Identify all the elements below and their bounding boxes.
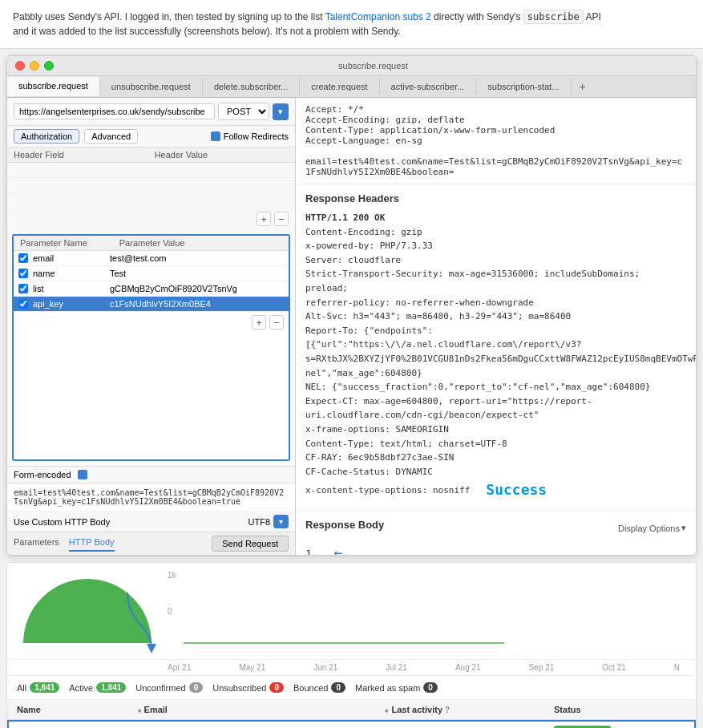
remove-param-button[interactable]: − bbox=[269, 315, 284, 330]
header-table-actions: + − bbox=[7, 208, 295, 229]
follow-redirects-checkbox[interactable] bbox=[211, 131, 220, 141]
params-header: Parameter Name Parameter Value bbox=[14, 236, 289, 251]
encoding-checkbox[interactable] bbox=[78, 470, 87, 479]
pie-arrow bbox=[119, 593, 168, 659]
encoding-row: Form-encoded bbox=[7, 466, 295, 483]
activity-sort-icon[interactable]: ⬥ bbox=[384, 706, 389, 714]
param-row-name: name Test bbox=[14, 266, 289, 281]
param-name-email: email bbox=[33, 253, 105, 263]
line-chart: 1k 0 bbox=[168, 571, 688, 651]
bottom-tabs: Parameters HTTP Body Send Request bbox=[7, 532, 295, 555]
axis-apr: Apr 21 bbox=[168, 663, 191, 672]
param-checkbox-name[interactable] bbox=[18, 269, 28, 278]
filter-unsubscribed[interactable]: Unsubscribed 0 bbox=[212, 682, 284, 693]
utf8-label: UTF8 bbox=[248, 517, 271, 527]
param-checkbox-list[interactable] bbox=[18, 284, 28, 293]
tab-subscribe-request[interactable]: subscribe.request bbox=[7, 77, 100, 96]
response-body-content: 1 ← bbox=[305, 544, 686, 555]
close-button[interactable] bbox=[15, 61, 25, 71]
response-body-section: Response Body Display Options ▾ 1 ← bbox=[296, 511, 696, 555]
tab-delete-subscriber[interactable]: delete.subscriber... bbox=[203, 78, 300, 95]
tab-unsubscribe-request[interactable]: unsubscribe.request bbox=[100, 78, 203, 95]
subscribers-table: Name ⬥ Email ⬥ Last activity ? Status Te… bbox=[7, 700, 696, 728]
param-value-name: Test bbox=[110, 269, 284, 278]
rh-content-type-opts: x-content-type-options: nosniff Success bbox=[305, 479, 686, 502]
remove-header-button[interactable]: − bbox=[274, 212, 289, 226]
tab-create-request[interactable]: create.request bbox=[300, 78, 379, 95]
filter-all[interactable]: All 1,841 bbox=[17, 682, 59, 693]
rh-cf-cache: CF-Cache-Status: DYNAMIC bbox=[305, 465, 686, 479]
filter-bounced[interactable]: Bounced 0 bbox=[293, 682, 345, 693]
filter-unsubscribed-count: 0 bbox=[269, 682, 284, 693]
axis-may: May 21 bbox=[239, 663, 265, 672]
title-bar: subscribe.request bbox=[7, 56, 696, 76]
table-row: Test test@test.com 10 secs ago Subscribe… bbox=[7, 720, 696, 728]
arrow-svg-down bbox=[119, 593, 168, 657]
display-options-button[interactable]: Display Options ▾ bbox=[618, 523, 686, 533]
right-panel: Accept: */* Accept-Encoding: gzip, defla… bbox=[296, 98, 696, 555]
cell-name: Test bbox=[7, 720, 127, 728]
col-email: ⬥ Email bbox=[127, 700, 375, 720]
banner-text: Pabbly uses Sendy's API. I logged in, th… bbox=[13, 10, 601, 37]
parameters-tab[interactable]: Parameters bbox=[14, 536, 59, 552]
maximize-button[interactable] bbox=[44, 61, 54, 71]
add-param-button[interactable]: + bbox=[252, 315, 266, 330]
minimize-button[interactable] bbox=[30, 61, 39, 71]
y-axis-max: 1k bbox=[168, 571, 176, 580]
rh-powered-by: x-powered-by: PHP/7.3.33 bbox=[305, 239, 686, 253]
http-body-tab[interactable]: HTTP Body bbox=[69, 536, 115, 552]
add-header-button[interactable]: + bbox=[257, 212, 271, 226]
status-line: HTTP/1.1 200 OK bbox=[305, 211, 686, 225]
activity-help-icon[interactable]: ? bbox=[445, 706, 450, 714]
request-body-line: email=test%40test.com&name=Test&list=gCB… bbox=[305, 156, 682, 177]
rh-content-type: Content-Type: text/html; charset=UTF-8 bbox=[305, 437, 686, 451]
url-input[interactable] bbox=[14, 103, 215, 119]
display-options-label: Display Options bbox=[618, 524, 680, 533]
filter-unconfirmed-label: Unconfirmed bbox=[135, 683, 185, 693]
rh-cf-ray: CF-RAY: 6ec9b58dbf27c3ae-SIN bbox=[305, 451, 686, 465]
cell-activity: 10 secs ago bbox=[374, 720, 544, 728]
table-row bbox=[7, 193, 295, 208]
axis-sep: Sep 21 bbox=[529, 663, 555, 672]
axis-jul: Jul 21 bbox=[386, 663, 407, 672]
rh-report-to-2: s=RXtbJX%2BXYZjYF0%2B01VCGU81nDs2Fkea56m… bbox=[305, 352, 686, 366]
method-dropdown[interactable]: ▾ bbox=[273, 103, 289, 120]
response-body-header: Response Body Display Options ▾ bbox=[305, 519, 686, 537]
url-bar: POST ▾ bbox=[7, 98, 295, 126]
param-row-api-key: api_key c1FsNUdhlvY5I2Xm0BE4 bbox=[14, 297, 289, 312]
window-title: subscribe.request bbox=[59, 61, 688, 71]
tab-subscription-stat[interactable]: subscription-stat... bbox=[476, 78, 571, 95]
chart-container: 1k 0 bbox=[7, 563, 696, 660]
method-select[interactable]: POST bbox=[218, 103, 269, 120]
axis-oct: Oct 21 bbox=[602, 663, 625, 672]
axis-n: N bbox=[674, 663, 680, 672]
request-body-text: email=test%40test.com&name=Test&list=gCB… bbox=[7, 483, 295, 511]
filter-active-count: 1,841 bbox=[96, 682, 126, 693]
tab-active-subscriber[interactable]: active-subscriber... bbox=[380, 78, 477, 95]
rh-content-encoding: Content-Encoding: gzip bbox=[305, 225, 686, 240]
filter-unconfirmed[interactable]: Unconfirmed 0 bbox=[135, 682, 203, 693]
filter-spam[interactable]: Marked as spam 0 bbox=[355, 682, 438, 693]
param-row-email: email test@test.com bbox=[14, 251, 289, 266]
authorization-tab[interactable]: Authorization bbox=[14, 129, 79, 144]
utf8-dropdown[interactable]: ▾ bbox=[273, 515, 289, 528]
send-request-button[interactable]: Send Request bbox=[212, 536, 289, 552]
col-status: Status bbox=[544, 700, 696, 720]
col-name: Name bbox=[7, 700, 127, 720]
email-sort-icon[interactable]: ⬥ bbox=[137, 706, 142, 714]
filter-active[interactable]: Active 1,841 bbox=[69, 682, 126, 693]
success-label: Success bbox=[486, 479, 547, 502]
add-tab-button[interactable]: + bbox=[572, 76, 594, 97]
cell-status: Subscribed bbox=[544, 720, 696, 728]
advanced-tab[interactable]: Advanced bbox=[84, 129, 138, 144]
param-value-api-key: c1FsNUdhlvY5I2Xm0BE4 bbox=[110, 299, 284, 309]
rh-server: Server: cloudflare bbox=[305, 253, 686, 268]
y-axis-zero: 0 bbox=[168, 607, 172, 616]
response-body-title: Response Body bbox=[305, 519, 384, 531]
param-checkbox-api-key[interactable] bbox=[18, 299, 28, 309]
header-field-col: Header Field bbox=[7, 148, 148, 163]
headers-table: Header Field Header Value bbox=[7, 148, 295, 208]
request-line: Accept: */* Accept-Encoding: gzip, defla… bbox=[296, 98, 696, 184]
table-row bbox=[7, 163, 295, 178]
param-checkbox-email[interactable] bbox=[18, 253, 28, 263]
